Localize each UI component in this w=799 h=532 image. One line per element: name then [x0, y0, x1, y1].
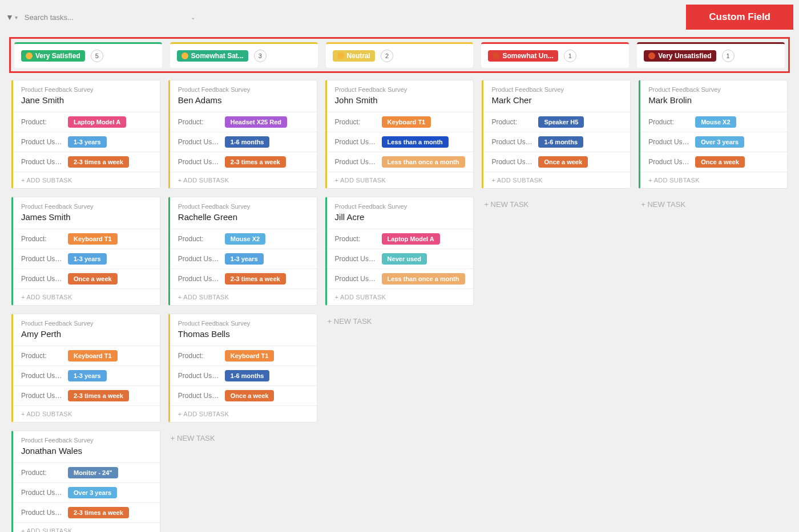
- frequency-tag[interactable]: 2-3 times a week: [68, 507, 129, 518]
- field-product: Product:Laptop Model A: [327, 229, 474, 249]
- duration-tag[interactable]: 1-3 years: [68, 253, 107, 265]
- duration-tag[interactable]: 1-3 years: [68, 136, 107, 148]
- product-tag[interactable]: Keyboard T1: [68, 350, 118, 362]
- card-top: Product Feedback SurveyAmy Perth: [13, 314, 160, 346]
- product-tag[interactable]: Headset X25 Red: [225, 116, 287, 128]
- task-card[interactable]: Product Feedback SurveyJohn SmithProduct…: [325, 80, 474, 189]
- column-header-somewhat_satisfied[interactable]: Somewhat Sat...3: [170, 42, 318, 68]
- task-card[interactable]: Product Feedback SurveyJonathan WalesPro…: [11, 431, 160, 532]
- field-label: Product Usa...: [491, 138, 534, 146]
- frequency-tag[interactable]: 2-3 times a week: [225, 156, 286, 168]
- duration-tag[interactable]: Never used: [382, 253, 427, 265]
- field-usage-duration: Product Usa...1-3 years: [13, 132, 160, 152]
- product-tag[interactable]: Keyboard T1: [68, 233, 118, 245]
- field-label: Product:: [491, 118, 534, 126]
- frequency-tag[interactable]: Once a week: [538, 156, 588, 168]
- product-tag[interactable]: Speaker H5: [538, 116, 584, 128]
- frequency-tag[interactable]: Once a week: [695, 156, 745, 168]
- product-tag[interactable]: Laptop Model A: [382, 233, 440, 245]
- task-card[interactable]: Product Feedback SurveyJane SmithProduct…: [11, 80, 160, 189]
- product-tag[interactable]: Keyboard T1: [382, 116, 431, 128]
- search-input[interactable]: [23, 13, 191, 22]
- emoji-icon: [181, 52, 188, 59]
- field-label: Product Usa...: [491, 158, 534, 166]
- task-card[interactable]: Product Feedback SurveyJames SmithProduc…: [11, 197, 160, 306]
- column-header-somewhat_unsat[interactable]: Somewhat Un...1: [481, 42, 629, 68]
- add-subtask-button[interactable]: + ADD SUBTASK: [327, 289, 474, 305]
- field-product: Product:Laptop Model A: [13, 112, 160, 132]
- new-task-button[interactable]: + NEW TASK: [168, 431, 317, 446]
- duration-tag[interactable]: 1-6 months: [225, 136, 270, 148]
- card-list-name: Product Feedback Survey: [335, 86, 466, 93]
- field-label: Product Usa...: [21, 275, 63, 283]
- frequency-tag[interactable]: Once a week: [68, 273, 118, 285]
- kanban-board: Product Feedback SurveyJane SmithProduct…: [0, 80, 799, 532]
- task-card[interactable]: Product Feedback SurveyJill AcreProduct:…: [325, 197, 474, 306]
- column-headers-frame: Very Satisfied5Somewhat Sat...3Neutral2S…: [9, 37, 790, 73]
- frequency-tag[interactable]: 2-3 times a week: [225, 273, 286, 285]
- status-label: Somewhat Sat...: [191, 52, 244, 60]
- add-subtask-button[interactable]: + ADD SUBTASK: [13, 172, 160, 188]
- product-tag[interactable]: Keyboard T1: [225, 350, 275, 362]
- add-subtask-button[interactable]: + ADD SUBTASK: [170, 405, 317, 422]
- task-card[interactable]: Product Feedback SurveyMark BrolinProduc…: [639, 80, 788, 189]
- task-card[interactable]: Product Feedback SurveyAmy PerthProduct:…: [11, 314, 160, 423]
- task-card[interactable]: Product Feedback SurveyThomas BellsProdu…: [168, 314, 317, 423]
- field-usage-frequency: Product Usa...2-3 times a week: [13, 385, 160, 405]
- duration-tag[interactable]: Less than a month: [382, 136, 449, 148]
- frequency-tag[interactable]: 2-3 times a week: [68, 156, 129, 168]
- count-badge: 2: [381, 50, 393, 62]
- task-card[interactable]: Product Feedback SurveyMark CherProduct:…: [482, 80, 631, 189]
- search-chevron-icon[interactable]: ⌄: [191, 14, 195, 21]
- add-subtask-button[interactable]: + ADD SUBTASK: [327, 172, 474, 188]
- card-list-name: Product Feedback Survey: [21, 437, 152, 444]
- product-tag[interactable]: Monitor - 24": [68, 467, 118, 478]
- custom-field-button[interactable]: Custom Field: [686, 5, 793, 30]
- add-subtask-button[interactable]: + ADD SUBTASK: [640, 172, 787, 188]
- add-subtask-button[interactable]: + ADD SUBTASK: [170, 289, 317, 305]
- status-label: Somewhat Un...: [502, 52, 553, 60]
- column-header-very_satisfied[interactable]: Very Satisfied5: [14, 42, 162, 68]
- product-tag[interactable]: Mouse X2: [695, 116, 736, 128]
- card-title: Ben Adams: [178, 95, 309, 105]
- card-list-name: Product Feedback Survey: [21, 320, 152, 327]
- duration-tag[interactable]: 1-3 years: [68, 370, 107, 381]
- add-subtask-button[interactable]: + ADD SUBTASK: [170, 172, 317, 188]
- status-pill: Very Unsatisfied: [644, 50, 716, 62]
- card-top: Product Feedback SurveyJane Smith: [13, 80, 160, 112]
- card-title: Thomas Bells: [178, 329, 309, 339]
- field-product: Product:Keyboard T1: [13, 346, 160, 366]
- count-badge: 5: [91, 50, 103, 62]
- product-tag[interactable]: Laptop Model A: [68, 116, 126, 128]
- new-task-button[interactable]: + NEW TASK: [482, 197, 631, 212]
- field-usage-frequency: Product Usa...Less than once a month: [327, 152, 474, 172]
- filter-icon[interactable]: ▼: [6, 13, 14, 22]
- duration-tag[interactable]: 1-3 years: [225, 253, 264, 265]
- column-header-very_unsat[interactable]: Very Unsatisfied1: [637, 42, 785, 68]
- frequency-tag[interactable]: Once a week: [225, 390, 275, 401]
- new-task-button[interactable]: + NEW TASK: [639, 197, 788, 212]
- field-label: Product Usa...: [178, 158, 220, 166]
- add-subtask-button[interactable]: + ADD SUBTASK: [13, 522, 160, 532]
- task-card[interactable]: Product Feedback SurveyRachelle GreenPro…: [168, 197, 317, 306]
- add-subtask-button[interactable]: + ADD SUBTASK: [13, 405, 160, 422]
- frequency-tag[interactable]: Less than once a month: [382, 156, 465, 168]
- duration-tag[interactable]: 1-6 months: [225, 370, 270, 381]
- new-task-button[interactable]: + NEW TASK: [325, 314, 474, 329]
- add-subtask-button[interactable]: + ADD SUBTASK: [13, 289, 160, 305]
- duration-tag[interactable]: Over 3 years: [695, 136, 744, 148]
- card-top: Product Feedback SurveyMark Brolin: [640, 80, 787, 112]
- filter-dropdown-caret[interactable]: ▾: [15, 14, 18, 21]
- card-title: Jonathan Wales: [21, 446, 152, 456]
- status-pill: Neutral: [333, 50, 375, 62]
- duration-tag[interactable]: Over 3 years: [68, 487, 117, 498]
- column-header-neutral[interactable]: Neutral2: [326, 42, 474, 68]
- task-card[interactable]: Product Feedback SurveyBen AdamsProduct:…: [168, 80, 317, 189]
- frequency-tag[interactable]: 2-3 times a week: [68, 390, 129, 401]
- frequency-tag[interactable]: Less than once a month: [382, 273, 465, 285]
- add-subtask-button[interactable]: + ADD SUBTASK: [483, 172, 630, 188]
- product-tag[interactable]: Mouse X2: [225, 233, 265, 245]
- field-usage-duration: Product Usa...1-6 months: [170, 132, 317, 152]
- card-list-name: Product Feedback Survey: [178, 320, 309, 327]
- duration-tag[interactable]: 1-6 months: [538, 136, 583, 148]
